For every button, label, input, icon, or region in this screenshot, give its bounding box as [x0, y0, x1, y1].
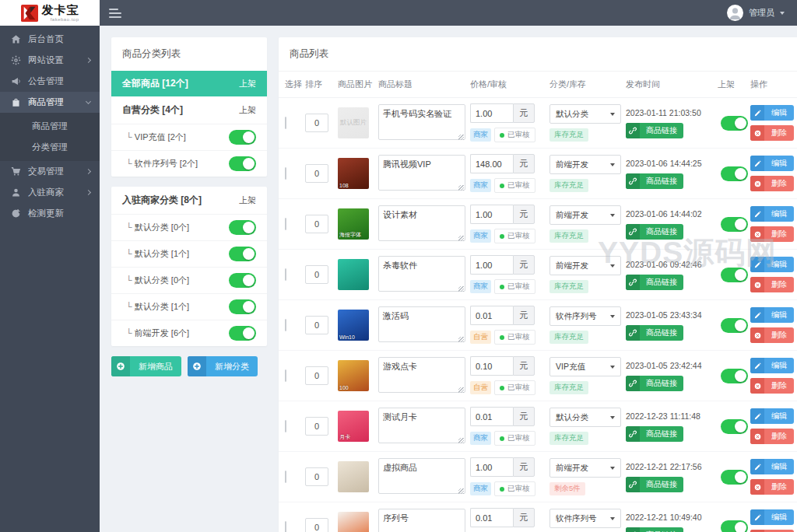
product-link-button[interactable]: 商品链接 [626, 224, 683, 240]
delete-button[interactable]: 删除 [750, 176, 794, 191]
category-select[interactable]: 软件序列号 [549, 306, 621, 326]
product-link-button[interactable]: 商品链接 [626, 376, 683, 391]
price-input[interactable] [470, 255, 513, 275]
sort-input[interactable] [305, 417, 328, 436]
edit-button[interactable]: 编辑 [750, 105, 794, 121]
product-link-button[interactable]: 商品链接 [626, 173, 683, 189]
add-category-button[interactable]: 新增分类 [188, 356, 258, 376]
shelf-toggle[interactable] [721, 318, 748, 333]
delete-button[interactable]: 删除 [750, 378, 794, 394]
sort-input[interactable] [305, 366, 328, 385]
product-link-button[interactable]: 商品链接 [626, 325, 683, 341]
sidebar-item-home[interactable]: 后台首页 [0, 29, 100, 50]
price-input[interactable] [470, 407, 513, 426]
product-title-input[interactable]: 腾讯视频VIP [378, 155, 465, 191]
category-child-item[interactable]: └软件序列号 [2个] [111, 150, 267, 177]
shelf-toggle[interactable] [721, 520, 748, 532]
sidebar-item-refresh[interactable]: 检测更新 [0, 203, 100, 224]
shelf-toggle[interactable] [721, 369, 748, 383]
category-toggle[interactable] [229, 247, 256, 261]
category-toggle[interactable] [229, 326, 256, 341]
category-child-item[interactable]: └VIP充值 [2个] [111, 124, 267, 150]
category-select[interactable]: 软件序列号 [549, 509, 621, 528]
sidebar-item-gear[interactable]: 网站设置 [0, 50, 100, 71]
price-input[interactable] [470, 306, 513, 325]
delete-button[interactable]: 删除 [750, 277, 794, 292]
product-link-button[interactable]: 商品链接 [626, 123, 683, 138]
delete-button[interactable]: 删除 [750, 327, 794, 343]
edit-button[interactable]: 编辑 [750, 358, 794, 373]
category-select[interactable]: 默认分类 [549, 104, 621, 124]
category-toggle[interactable] [229, 273, 256, 288]
row-checkbox[interactable] [285, 218, 286, 230]
menu-toggle-icon[interactable] [109, 9, 121, 18]
sort-input[interactable] [305, 316, 328, 334]
product-title-input[interactable]: 测试月卡 [378, 408, 465, 443]
price-input[interactable] [470, 154, 513, 173]
category-select[interactable]: VIP充值 [549, 357, 621, 376]
product-title-input[interactable]: 设计素材 [378, 205, 465, 241]
edit-button[interactable]: 编辑 [750, 156, 794, 171]
delete-button[interactable]: 删除 [750, 429, 794, 444]
sidebar-subitem[interactable]: 分类管理 [0, 137, 100, 158]
category-select[interactable]: 前端开发 [549, 155, 621, 174]
price-input[interactable] [470, 508, 513, 527]
category-item-all[interactable]: 全部商品 [12个] 上架 [111, 71, 267, 96]
row-checkbox[interactable] [285, 167, 286, 180]
category-select[interactable]: 前端开发 [549, 256, 621, 275]
product-link-button[interactable]: 商品链接 [626, 477, 683, 492]
row-checkbox[interactable] [285, 117, 286, 129]
price-input[interactable] [470, 457, 513, 477]
edit-button[interactable]: 编辑 [750, 257, 794, 272]
product-title-input[interactable]: 杀毒软件 [378, 256, 465, 292]
sort-input[interactable] [305, 467, 328, 486]
sort-input[interactable] [305, 215, 328, 233]
delete-button[interactable]: 删除 [750, 479, 794, 495]
edit-button[interactable]: 编辑 [750, 307, 794, 323]
category-child-item[interactable]: └前端开发 [6个] [111, 320, 267, 346]
sort-input[interactable] [305, 265, 328, 284]
brand-logo[interactable]: 发卡宝 fakebao.top [0, 0, 100, 26]
category-group-header[interactable]: 入驻商家分类 [8个] 上架 [111, 187, 267, 214]
product-title-input[interactable]: 游戏点卡 [378, 357, 465, 393]
sidebar-item-cart[interactable]: 交易管理 [0, 161, 100, 182]
category-select[interactable]: 默认分类 [549, 408, 621, 427]
add-product-button[interactable]: 新增商品 [111, 356, 181, 376]
shelf-toggle[interactable] [721, 268, 748, 282]
shelf-toggle[interactable] [721, 116, 748, 131]
user-menu[interactable]: 管理员 [727, 5, 797, 21]
sidebar-subitem[interactable]: 商品管理 [0, 116, 100, 137]
sidebar-item-bag[interactable]: 商品管理 [0, 92, 100, 113]
row-checkbox[interactable] [285, 268, 286, 281]
product-title-input[interactable]: 激活码 [378, 306, 465, 342]
price-input[interactable] [470, 356, 513, 376]
sidebar-item-user[interactable]: 入驻商家 [0, 182, 100, 203]
edit-button[interactable]: 编辑 [750, 459, 794, 474]
category-child-item[interactable]: └默认分类 [1个] [111, 293, 267, 320]
category-toggle[interactable] [229, 220, 256, 235]
category-child-item[interactable]: └默认分类 [0个] [111, 214, 267, 240]
shelf-toggle[interactable] [721, 419, 748, 434]
row-checkbox[interactable] [285, 521, 286, 532]
price-input[interactable] [470, 103, 513, 123]
sort-input[interactable] [305, 518, 328, 532]
shelf-toggle[interactable] [721, 217, 748, 232]
row-checkbox[interactable] [285, 471, 286, 483]
price-input[interactable] [470, 205, 513, 224]
category-select[interactable]: 前端开发 [549, 205, 621, 225]
row-checkbox[interactable] [285, 420, 286, 432]
category-toggle[interactable] [229, 299, 256, 314]
sidebar-item-announce[interactable]: 公告管理 [0, 71, 100, 92]
delete-button[interactable]: 删除 [750, 226, 794, 242]
shelf-toggle[interactable] [721, 166, 748, 181]
sort-input[interactable] [305, 164, 328, 183]
category-toggle[interactable] [229, 156, 256, 171]
category-child-item[interactable]: └默认分类 [1个] [111, 240, 267, 267]
product-link-button[interactable]: 商品链接 [626, 426, 683, 442]
edit-button[interactable]: 编辑 [750, 408, 794, 424]
sort-input[interactable] [305, 114, 328, 132]
product-title-input[interactable]: 序列号 [378, 509, 465, 532]
delete-button[interactable]: 删除 [750, 125, 794, 141]
category-group-header[interactable]: 自营分类 [4个] 上架 [111, 96, 267, 124]
edit-button[interactable]: 编辑 [750, 509, 794, 525]
